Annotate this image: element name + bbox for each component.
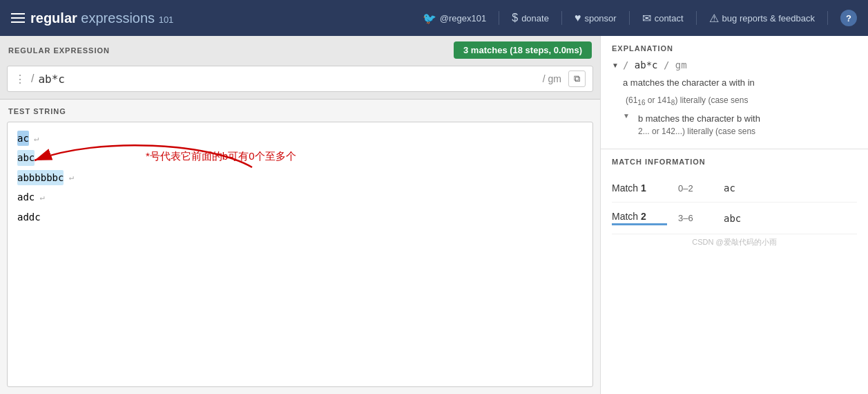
test-line-5: addc — [17, 209, 583, 225]
pilcrow-4: ↵ — [35, 191, 44, 204]
nav-bugs-label: bug reports & feedback — [722, 13, 815, 24]
test-section-label: TEST STRING — [8, 107, 66, 115]
exp-regex-text: / ab*c / gm — [623, 59, 687, 71]
regex-slash-left: / — [31, 73, 34, 85]
exp-sub-b-text: b matches the character b with — [638, 112, 760, 126]
match-word-2: Match — [612, 211, 641, 222]
heart-icon: ♥ — [575, 12, 581, 24]
test-line-3: abbbbbbc ↵ — [17, 170, 583, 185]
match-info-title: MATCH INFORMATION — [612, 158, 857, 166]
regex-input-row: ⋮ / ab*c / gm ⧉ — [7, 66, 593, 92]
exp-flags: gm — [675, 59, 687, 71]
logo-num: 101 — [159, 15, 174, 25]
triangle-b-icon: ▼ — [623, 112, 630, 120]
match-2-label: Match 2 — [612, 211, 667, 225]
exp-subitem-b: ▼ b matches the character b with 2... or… — [623, 112, 857, 137]
explanation-title: EXPLANATION — [612, 44, 857, 53]
regex-value[interactable]: ab*c — [38, 73, 537, 86]
nav-divider-5 — [827, 11, 828, 25]
explanation-section: EXPLANATION ▼ / ab*c / gm a matches the … — [601, 36, 868, 149]
nav-twitter[interactable]: 🐦 @regex101 — [423, 12, 486, 25]
nav-divider-1 — [499, 11, 499, 25]
exp-sub-b-detail: 2... or 142...) literally (case sens — [638, 126, 857, 136]
pilcrow-1: ↵ — [29, 132, 39, 145]
pilcrow-2: ↵ — [35, 151, 44, 165]
left-panel: REGULAR EXPRESSION 3 matches (18 steps, … — [0, 36, 601, 394]
nav-sponsor[interactable]: ♥ sponsor — [575, 12, 617, 24]
pilcrow-3: ↵ — [64, 171, 73, 184]
match-2-range: 3–6 — [678, 213, 713, 223]
regex-section-label: REGULAR EXPRESSION — [8, 46, 110, 55]
match-num-1: 1 — [641, 182, 646, 194]
nav-contact[interactable]: ✉ contact — [642, 12, 684, 25]
test-header: TEST STRING — [0, 100, 600, 119]
test-section: TEST STRING ac ↵ abc ↵ abbbbbbc ↵ adc ↵ — [0, 100, 600, 394]
header: regular expressions 101 🐦 @regex101 $ do… — [0, 0, 868, 36]
nav-donate-label: donate — [521, 13, 549, 24]
hamburger-menu[interactable] — [11, 13, 25, 23]
test-line-4: adc ↵ — [17, 189, 583, 205]
exp-subitem-b-line: ▼ b matches the character b with — [623, 112, 857, 126]
triangle-icon: ▼ — [612, 62, 619, 69]
test-text-5: addc — [17, 209, 41, 225]
regex-header: REGULAR EXPRESSION 3 matches (18 steps, … — [0, 36, 600, 62]
match-highlight-2: abc — [17, 150, 35, 165]
nav-bugs[interactable]: ⚠ bug reports & feedback — [709, 12, 815, 25]
test-text-4: adc — [17, 189, 35, 205]
nav-donate[interactable]: $ donate — [512, 12, 549, 24]
regex-flags[interactable]: / gm — [543, 73, 561, 84]
match-highlight-3: abbbbbbc — [17, 170, 64, 185]
exp-slash-2: / — [664, 59, 669, 71]
header-nav: 🐦 @regex101 $ donate ♥ sponsor ✉ contact… — [423, 10, 857, 26]
match-1-value: ac — [724, 182, 735, 194]
donate-icon: $ — [512, 12, 518, 24]
regex-section: REGULAR EXPRESSION 3 matches (18 steps, … — [0, 36, 600, 100]
warning-icon: ⚠ — [709, 12, 719, 25]
copy-icon: ⧉ — [574, 73, 580, 84]
copy-button[interactable]: ⧉ — [568, 71, 586, 87]
twitter-icon: 🐦 — [423, 12, 436, 25]
exp-detail-a: a matches the character a with in — [623, 76, 857, 90]
match-1-range: 0–2 — [678, 183, 713, 194]
exp-detail-a-text: a matches the character a with in — [623, 77, 755, 88]
test-content[interactable]: ac ↵ abc ↵ abbbbbbc ↵ adc ↵ addc — [7, 122, 593, 387]
help-label: ? — [846, 13, 851, 24]
match-info-section: MATCH INFORMATION Match 1 0–2 ac Match 2… — [601, 149, 868, 394]
exp-slash-1: / — [623, 59, 628, 71]
logo-regular: regular — [30, 10, 77, 26]
watermark: CSDN @爱敲代码的小雨 — [612, 234, 857, 253]
logo-text: regular expressions 101 — [30, 10, 173, 26]
test-line-2: abc ↵ — [17, 150, 583, 165]
drag-handle-icon[interactable]: ⋮ — [15, 73, 26, 86]
mail-icon: ✉ — [642, 12, 651, 25]
match-word-1: Match — [612, 182, 641, 194]
nav-sponsor-label: sponsor — [584, 13, 616, 24]
nav-divider-2 — [561, 11, 562, 25]
test-line-1: ac ↵ — [17, 131, 583, 146]
match-highlight-1: ac — [17, 131, 29, 146]
match-badge: 3 matches (18 steps, 0.0ms) — [454, 41, 592, 59]
match-item-2[interactable]: Match 2 3–6 abc — [612, 203, 857, 234]
nav-twitter-label: @regex101 — [440, 13, 486, 24]
match-num-2: 2 — [641, 211, 646, 222]
nav-divider-4 — [696, 11, 697, 25]
main-layout: REGULAR EXPRESSION 3 matches (18 steps, … — [0, 36, 868, 394]
match-item-1[interactable]: Match 1 0–2 ac — [612, 174, 857, 203]
nav-contact-label: contact — [655, 13, 684, 24]
logo-area: regular expressions 101 — [11, 10, 173, 26]
exp-regex-line: ▼ / ab*c / gm — [612, 59, 857, 71]
logo-expressions: expressions — [77, 10, 155, 26]
match-1-label: Match 1 — [612, 182, 667, 194]
exp-detail-a-sub: (6116 or 1418) literally (case sens — [626, 94, 857, 108]
exp-regex-body: ab*c — [635, 59, 664, 71]
help-button[interactable]: ? — [840, 10, 857, 26]
right-panel: EXPLANATION ▼ / ab*c / gm a matches the … — [601, 36, 868, 394]
nav-divider-3 — [629, 11, 630, 25]
match-2-value: abc — [724, 213, 741, 224]
